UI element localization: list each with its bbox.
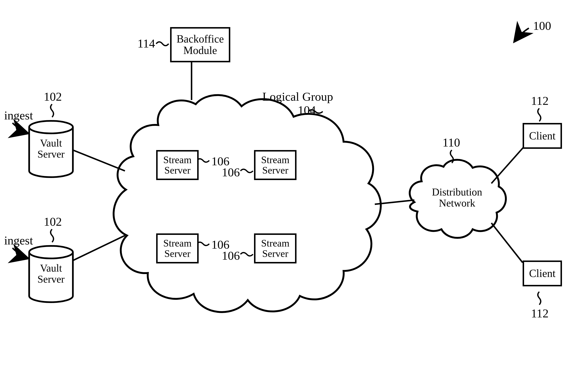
stream-box-1: Stream Server xyxy=(156,150,199,180)
backoffice-l1: Backoffice xyxy=(177,33,224,45)
stream-box-3: Stream Server xyxy=(156,233,199,263)
stream-l1b: Stream xyxy=(261,155,289,165)
ingest-label-top: ingest xyxy=(4,108,33,122)
ingest-label-bottom: ingest xyxy=(4,233,33,247)
vault-label-top: Vault Server xyxy=(30,138,72,159)
svg-line-3 xyxy=(73,150,125,171)
stream-l1: Stream xyxy=(163,155,191,165)
ref-110: 110 xyxy=(442,135,460,149)
ref-114: 114 xyxy=(137,36,155,50)
client-box-bottom: Client xyxy=(523,261,562,286)
logical-group-label: Logical Group xyxy=(262,90,333,104)
svg-line-7 xyxy=(491,223,523,263)
backoffice-l2: Module xyxy=(183,45,217,56)
stream-l2d: Server xyxy=(262,248,288,259)
ref-112-top: 112 xyxy=(531,94,549,108)
stream-box-4: Stream Server xyxy=(254,233,296,263)
client-label-b: Client xyxy=(529,268,556,279)
dist-label: Distribution Network xyxy=(425,186,489,208)
ref-102-top: 102 xyxy=(44,90,62,104)
vault-label-bottom: Vault Server xyxy=(30,263,72,284)
svg-line-6 xyxy=(491,146,525,183)
stream-l2b: Server xyxy=(262,165,288,175)
client-box-top: Client xyxy=(523,123,562,149)
svg-point-1 xyxy=(29,246,73,258)
diagram-canvas: Backoffice Module Stream Server Stream S… xyxy=(0,0,588,372)
backoffice-box: Backoffice Module xyxy=(170,27,230,62)
ref-112-bottom: 112 xyxy=(531,306,549,320)
client-label: Client xyxy=(529,130,556,142)
ref-104: 104 xyxy=(298,103,316,117)
svg-point-0 xyxy=(29,121,73,133)
svg-line-4 xyxy=(73,236,125,261)
ref-106-b: 106 xyxy=(222,165,240,179)
stream-l1d: Stream xyxy=(261,238,289,248)
ref-100: 100 xyxy=(533,19,551,33)
stream-box-2: Stream Server xyxy=(254,150,296,180)
ref-102-bottom: 102 xyxy=(44,215,62,229)
stream-l2c: Server xyxy=(164,248,190,259)
ref-106-d: 106 xyxy=(222,249,240,263)
stream-l1c: Stream xyxy=(163,238,191,248)
logical-group-cloud xyxy=(114,95,381,312)
diagram-svg xyxy=(0,0,588,372)
stream-l2: Server xyxy=(164,165,190,175)
